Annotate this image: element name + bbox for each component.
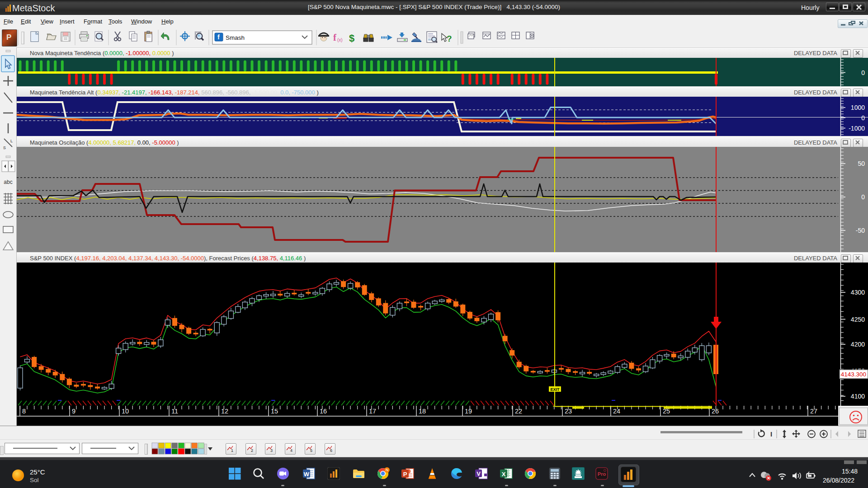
svg-text:9: 9 (72, 408, 75, 415)
svg-text:X: X (502, 471, 506, 478)
svg-text:f: f (217, 33, 220, 41)
svg-text:4: 4 (290, 448, 292, 453)
svg-text:24: 24 (613, 408, 620, 415)
svg-text:10: 10 (122, 408, 129, 415)
svg-text:4200: 4200 (851, 341, 865, 348)
svg-text:f: f (333, 32, 337, 43)
svg-text:8: 8 (22, 408, 26, 415)
svg-text:(x): (x) (337, 38, 343, 42)
svg-text:S: S (3, 145, 6, 150)
svg-text:4250: 4250 (851, 316, 865, 323)
svg-text:4300: 4300 (851, 289, 865, 296)
svg-text:3: 3 (270, 448, 273, 453)
svg-text:Pro: Pro (598, 471, 606, 477)
svg-text:I: I (770, 430, 772, 438)
svg-text:$: $ (349, 33, 354, 44)
svg-text:2: 2 (251, 448, 253, 453)
svg-text:?: ? (447, 34, 452, 43)
svg-text:50: 50 (858, 160, 865, 167)
svg-text:22: 22 (515, 408, 522, 415)
svg-text:-50: -50 (856, 227, 865, 234)
svg-text:18: 18 (419, 408, 426, 415)
svg-text:abc: abc (4, 179, 12, 185)
svg-text:-1000: -1000 (849, 125, 865, 132)
svg-text:0: 0 (861, 114, 865, 122)
svg-text:L: L (10, 139, 13, 143)
svg-text:4143.300: 4143.300 (841, 371, 866, 378)
svg-text:19: 19 (465, 408, 472, 415)
svg-text:11: 11 (171, 408, 178, 415)
svg-text:17: 17 (369, 408, 376, 415)
svg-text:Smash: Smash (226, 34, 245, 41)
svg-text:V: V (476, 470, 481, 477)
svg-text:23: 23 (565, 408, 572, 415)
svg-text:12: 12 (221, 408, 228, 415)
svg-text:1: 1 (231, 448, 233, 453)
svg-text:5: 5 (310, 448, 312, 453)
svg-text:W: W (304, 471, 310, 478)
svg-text:4100: 4100 (851, 393, 865, 400)
svg-text:6: 6 (330, 448, 332, 453)
svg-text:16: 16 (320, 408, 327, 415)
svg-text:EXIT: EXIT (550, 387, 560, 392)
svg-text:0: 0 (861, 193, 865, 201)
svg-text:0: 0 (861, 69, 865, 76)
svg-text:N: N (386, 468, 388, 472)
svg-text:27: 27 (810, 408, 817, 415)
svg-text:26: 26 (712, 408, 719, 415)
svg-text:1000: 1000 (851, 104, 865, 111)
svg-text:P: P (403, 471, 407, 478)
svg-text:15: 15 (271, 408, 278, 415)
